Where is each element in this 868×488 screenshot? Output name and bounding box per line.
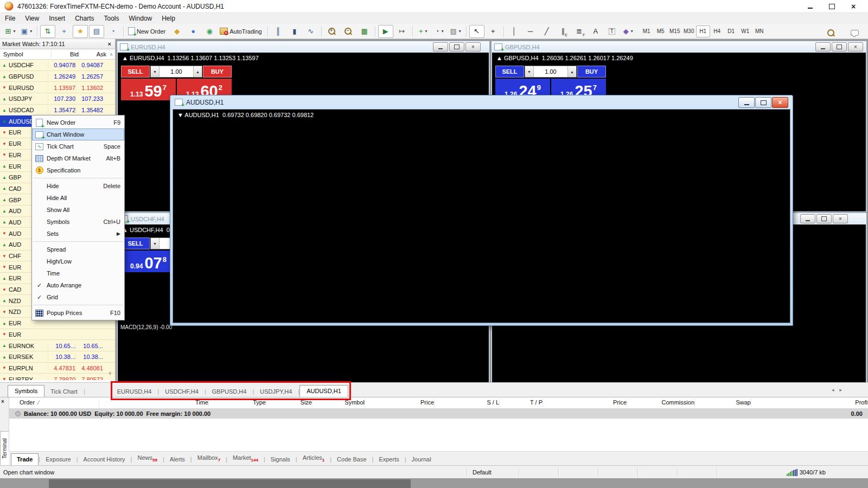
context-menu-item-hide[interactable]: HideDelete [32, 180, 124, 192]
new-order-button[interactable]: New Order [126, 25, 168, 38]
publisher-button[interactable]: ● [186, 25, 201, 38]
indicators-button[interactable]: +▾ [416, 25, 431, 38]
terminal-tab-experts[interactable]: Experts [373, 454, 404, 465]
volume-input[interactable] [534, 66, 567, 77]
search-button[interactable] [823, 26, 838, 39]
market-watch-row[interactable]: ▲EURSEK10.38...10.38... [0, 351, 115, 363]
maximize-button[interactable] [828, 3, 835, 10]
menu-file[interactable]: File [0, 14, 20, 23]
chart-minimize-button[interactable] [433, 42, 448, 52]
menu-view[interactable]: View [20, 14, 44, 23]
terminal-column-s-l[interactable]: S / L [436, 399, 499, 406]
chart-window-audusd[interactable]: AUDUSD,H1 × ▼ AUDUSD,H1 0.69732 0.69820 … [170, 95, 793, 326]
column-symbol[interactable]: Symbol [0, 51, 51, 57]
zoom-in-button[interactable]: + [324, 25, 340, 38]
market-watch-row[interactable]: ▲GBPUSD1.262491.26257 [0, 71, 115, 82]
templates-button[interactable]: ▨▾ [448, 25, 463, 38]
chart-restore-button[interactable] [832, 42, 847, 52]
terminal-column-commission[interactable]: Commission [629, 399, 694, 406]
text-label-button[interactable]: T [604, 25, 620, 38]
chart-close-button[interactable]: × [465, 42, 481, 52]
context-menu-item-high-low[interactable]: High/Low [32, 255, 124, 267]
volume-decrease-button[interactable]: ▼ [151, 238, 159, 249]
terminal-column-swap[interactable]: Swap [697, 399, 751, 406]
profiles-button[interactable]: ▣▾ [19, 25, 34, 38]
timeframe-m15[interactable]: M15 [668, 25, 682, 37]
timeframe-h4[interactable]: H4 [710, 25, 724, 37]
horizontal-line-button[interactable]: ─ [523, 25, 538, 38]
volume-decrease-button[interactable]: ▼ [525, 66, 534, 77]
menu-tools[interactable]: Tools [99, 14, 124, 23]
timeframe-w1[interactable]: W1 [738, 25, 752, 37]
market-watch-row[interactable]: ▲EURNOK10.65...10.65... [0, 340, 115, 351]
terminal-tab-mailbox[interactable]: Mailbox7 [192, 452, 226, 465]
bar-chart-button[interactable]: ║ [271, 25, 286, 38]
terminal-column-price[interactable]: Price [367, 399, 434, 406]
context-menu-item-chart-window[interactable]: Chart Window [32, 129, 124, 140]
terminal-side-tab[interactable]: Terminal [0, 431, 9, 466]
trend-line-button[interactable]: ╱ [539, 25, 554, 38]
chart-minimize-button[interactable] [800, 214, 815, 223]
chart-restore-button[interactable] [816, 214, 832, 223]
market-watch-row[interactable]: ▲USDCHF0.940780.94087 [0, 60, 115, 71]
timeframe-mn[interactable]: MN [752, 25, 767, 37]
context-menu-item-show-all[interactable]: Show All [32, 204, 124, 216]
chart-close-button[interactable]: × [848, 42, 863, 52]
equidistant-channel-button[interactable]: ∥E [556, 25, 571, 38]
context-menu-item-auto-arrange[interactable]: ✓Auto Arrange [32, 279, 124, 291]
context-menu-item-spread[interactable]: Spread [32, 243, 124, 255]
data-window-button[interactable]: + [56, 25, 72, 38]
terminal-tab-market[interactable]: Market144 [227, 452, 264, 465]
column-bid[interactable]: Bid [51, 51, 79, 57]
terminal-close-icon[interactable]: × [1, 399, 4, 404]
strategy-tester-button[interactable]: ◔ [105, 25, 120, 38]
status-profile[interactable]: Default [467, 466, 519, 479]
autotrading-button[interactable]: AutoTrading [218, 25, 265, 38]
volume-input[interactable] [159, 66, 193, 77]
chart-close-button[interactable]: × [772, 97, 788, 108]
notifications-button[interactable]: ◉ [202, 25, 217, 38]
timeframe-m1[interactable]: M1 [640, 25, 654, 37]
chat-button[interactable] [847, 26, 862, 39]
market-watch-row[interactable]: ▼EURUSD1.135971.13602 [0, 82, 115, 93]
context-menu-item-new-order[interactable]: New OrderF9 [32, 117, 124, 129]
sell-price[interactable]: 1.13597 [121, 79, 176, 100]
market-watch-close-icon[interactable]: × [106, 41, 113, 47]
menu-insert[interactable]: Insert [44, 14, 70, 23]
volume-increase-button[interactable]: ▲ [193, 66, 202, 77]
tile-windows-button[interactable]: ▦ [357, 25, 372, 38]
terminal-tab-signals[interactable]: Signals [265, 454, 296, 465]
new-chart-button[interactable]: ⊞▾ [3, 25, 18, 38]
terminal-tab-news[interactable]: News99 [132, 452, 162, 465]
vertical-line-button[interactable]: │ [507, 25, 522, 38]
buy-button[interactable]: BUY [577, 66, 606, 78]
auto-scroll-button[interactable]: ▶ [378, 25, 393, 38]
market-watch-row[interactable]: ▼EUR [0, 329, 115, 341]
sell-button[interactable]: SELL [121, 66, 150, 78]
fibonacci-button[interactable]: ≣F [572, 25, 587, 38]
scroll-up-icon[interactable]: ∧ [107, 52, 115, 57]
menu-window[interactable]: Window [124, 14, 157, 23]
market-watch-button[interactable]: ⇅ [40, 25, 55, 38]
chart-shift-button[interactable]: ↦ [394, 25, 410, 38]
tab-scroll-arrows[interactable]: ◂▸ [832, 387, 847, 393]
chart-minimize-button[interactable] [815, 42, 831, 52]
chart-restore-button[interactable] [449, 42, 464, 52]
terminal-tab-articles[interactable]: Articles1 [297, 452, 330, 465]
navigator-button[interactable]: ★ [73, 25, 88, 38]
context-menu-item-sets[interactable]: Sets▶ [32, 228, 124, 240]
context-menu-item-time[interactable]: Time [32, 267, 124, 279]
chart-minimize-button[interactable] [738, 97, 755, 108]
column-ask[interactable]: Ask [79, 51, 107, 57]
market-watch-row[interactable]: ▼EURPLN4.478314.48081 [0, 363, 115, 374]
close-button[interactable]: × [850, 3, 857, 10]
line-chart-button[interactable]: ∿ [303, 25, 318, 38]
candlestick-chart-button[interactable]: ▮ [287, 25, 302, 38]
arrows-button[interactable]: ◆▾ [621, 25, 636, 38]
timeframe-h1[interactable]: H1 [696, 25, 710, 37]
zoom-out-button[interactable]: − [341, 25, 356, 38]
terminal-tab-trade[interactable]: Trade [11, 453, 39, 465]
minimize-button[interactable] [806, 3, 814, 10]
market-watch-row[interactable]: ▲USDCAD1.354721.35482 [0, 105, 115, 116]
terminal-column-profit[interactable]: Profit [753, 399, 868, 406]
